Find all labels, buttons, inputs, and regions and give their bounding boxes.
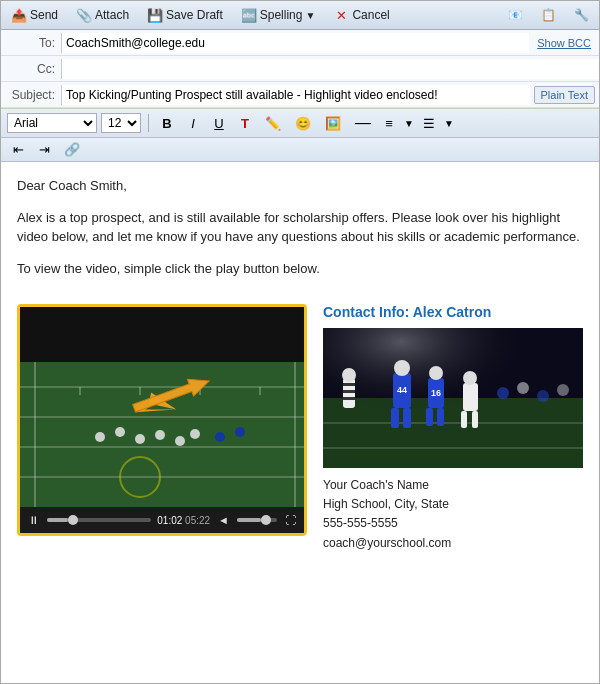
volume-bar[interactable] bbox=[237, 518, 277, 522]
to-input[interactable] bbox=[61, 33, 529, 53]
svg-text:44: 44 bbox=[397, 385, 407, 395]
svg-text:16: 16 bbox=[431, 388, 441, 398]
list-dropdown[interactable]: ▼ bbox=[444, 118, 454, 129]
font-selector[interactable]: Arial bbox=[7, 113, 97, 133]
align-dropdown[interactable]: ▼ bbox=[404, 118, 414, 129]
mail-icon: 📧 bbox=[508, 8, 523, 22]
underline-button[interactable]: U bbox=[208, 114, 230, 133]
highlight-button[interactable]: ✏️ bbox=[260, 114, 286, 133]
list-button[interactable]: ☰ bbox=[418, 114, 440, 133]
svg-rect-151 bbox=[461, 411, 467, 428]
svg-point-138 bbox=[342, 368, 356, 382]
progress-fill bbox=[47, 518, 68, 522]
subject-input[interactable] bbox=[61, 85, 530, 105]
spelling-label: Spelling bbox=[260, 8, 303, 22]
greeting: Dear Coach Smith, bbox=[17, 176, 583, 196]
subject-label: Subject: bbox=[1, 85, 61, 105]
plain-text-button[interactable]: Plain Text bbox=[534, 86, 596, 104]
svg-point-121 bbox=[175, 436, 185, 446]
outdent-button[interactable]: ⇥ bbox=[33, 140, 55, 159]
contact-title: Contact Info: Alex Catron bbox=[323, 304, 583, 320]
dropdown-arrow: ▼ bbox=[305, 10, 315, 21]
video-screen[interactable] bbox=[20, 307, 304, 507]
contact-name: Your Coach's Name bbox=[323, 476, 583, 495]
attach-button[interactable]: 📎 Attach bbox=[72, 5, 133, 25]
svg-rect-141 bbox=[391, 408, 399, 428]
subject-row: Subject: Plain Text bbox=[1, 82, 599, 108]
svg-rect-152 bbox=[472, 411, 478, 428]
svg-point-140 bbox=[394, 360, 410, 376]
email-body: Dear Coach Smith, Alex is a top prospect… bbox=[1, 162, 599, 304]
time-display: 01:02 05:22 bbox=[157, 515, 210, 526]
svg-point-118 bbox=[115, 427, 125, 437]
svg-point-123 bbox=[215, 432, 225, 442]
mail-options-button[interactable]: 📧 bbox=[504, 6, 527, 24]
svg-point-119 bbox=[135, 434, 145, 444]
cancel-button[interactable]: ✕ Cancel bbox=[329, 5, 393, 25]
main-toolbar: 📤 Send 📎 Attach 💾 Save Draft 🔤 Spelling … bbox=[1, 1, 599, 30]
contact-email: coach@yourschool.com bbox=[323, 534, 583, 553]
svg-point-117 bbox=[95, 432, 105, 442]
svg-rect-136 bbox=[343, 390, 355, 393]
hr-button[interactable]: — bbox=[350, 112, 374, 134]
cc-row: Cc: bbox=[1, 56, 599, 82]
field-svg bbox=[20, 307, 304, 507]
svg-point-150 bbox=[463, 371, 477, 385]
content-area: ⏸ 01:02 05:22 ◄ ⛶ Contact Info: Alex Cat… bbox=[1, 304, 599, 569]
cc-input[interactable] bbox=[61, 59, 599, 79]
font-color-button[interactable]: T bbox=[234, 114, 256, 133]
italic-button[interactable]: I bbox=[182, 114, 204, 133]
svg-rect-105 bbox=[20, 307, 304, 362]
spelling-button[interactable]: 🔤 Spelling ▼ bbox=[237, 5, 320, 25]
progress-bar[interactable] bbox=[47, 518, 151, 522]
svg-rect-147 bbox=[437, 408, 444, 426]
save-icon: 💾 bbox=[147, 7, 163, 23]
body-paragraph-1: Alex is a top prospect, and is still ava… bbox=[17, 208, 583, 247]
cc-label: Cc: bbox=[1, 59, 61, 79]
video-controls: ⏸ 01:02 05:22 ◄ ⛶ bbox=[20, 507, 304, 533]
contact-phone: 555-555-5555 bbox=[323, 514, 583, 533]
clipboard-icon: 📋 bbox=[541, 8, 556, 22]
svg-rect-137 bbox=[343, 397, 355, 400]
volume-button[interactable]: ◄ bbox=[216, 514, 231, 526]
volume-fill bbox=[237, 518, 261, 522]
svg-point-122 bbox=[190, 429, 200, 439]
bold-button[interactable]: B bbox=[156, 114, 178, 133]
cancel-icon: ✕ bbox=[333, 7, 349, 23]
settings-icon: 🔧 bbox=[574, 8, 589, 22]
svg-rect-135 bbox=[343, 383, 355, 386]
show-bcc-button[interactable]: Show BCC bbox=[529, 37, 599, 49]
send-button[interactable]: 📤 Send bbox=[7, 5, 62, 25]
font-size-selector[interactable]: 12 bbox=[101, 113, 141, 133]
to-label: To: bbox=[1, 33, 61, 53]
svg-point-145 bbox=[429, 366, 443, 380]
formatting-toolbar: Arial 12 B I U T ✏️ 😊 🖼️ — ≡ ▼ ☰ ▼ bbox=[1, 109, 599, 138]
emoji-button[interactable]: 😊 bbox=[290, 114, 316, 133]
pause-button[interactable]: ⏸ bbox=[26, 514, 41, 526]
total-time: 05:22 bbox=[185, 515, 210, 526]
progress-thumb[interactable] bbox=[68, 515, 78, 525]
settings-button[interactable]: 🔧 bbox=[570, 6, 593, 24]
save-draft-label: Save Draft bbox=[166, 8, 223, 22]
svg-point-154 bbox=[517, 382, 529, 394]
fullscreen-button[interactable]: ⛶ bbox=[283, 514, 298, 526]
svg-point-120 bbox=[155, 430, 165, 440]
svg-point-124 bbox=[235, 427, 245, 437]
contact-photo: 44 16 bbox=[323, 328, 583, 468]
volume-thumb[interactable] bbox=[261, 515, 271, 525]
save-draft-button[interactable]: 💾 Save Draft bbox=[143, 5, 227, 25]
spelling-icon: 🔤 bbox=[241, 7, 257, 23]
contact-details: Your Coach's Name High School, City, Sta… bbox=[323, 476, 583, 553]
svg-point-153 bbox=[497, 387, 509, 399]
clipboard-button[interactable]: 📋 bbox=[537, 6, 560, 24]
svg-rect-146 bbox=[426, 408, 433, 426]
email-header: To: Show BCC Cc: Subject: Plain Text bbox=[1, 30, 599, 109]
send-icon: 📤 bbox=[11, 7, 27, 23]
separator-1 bbox=[148, 114, 149, 132]
image-button[interactable]: 🖼️ bbox=[320, 114, 346, 133]
attach-icon: 📎 bbox=[76, 7, 92, 23]
align-button[interactable]: ≡ bbox=[378, 114, 400, 133]
link-button[interactable]: 🔗 bbox=[59, 140, 85, 159]
indent-button[interactable]: ⇤ bbox=[7, 140, 29, 159]
attach-label: Attach bbox=[95, 8, 129, 22]
